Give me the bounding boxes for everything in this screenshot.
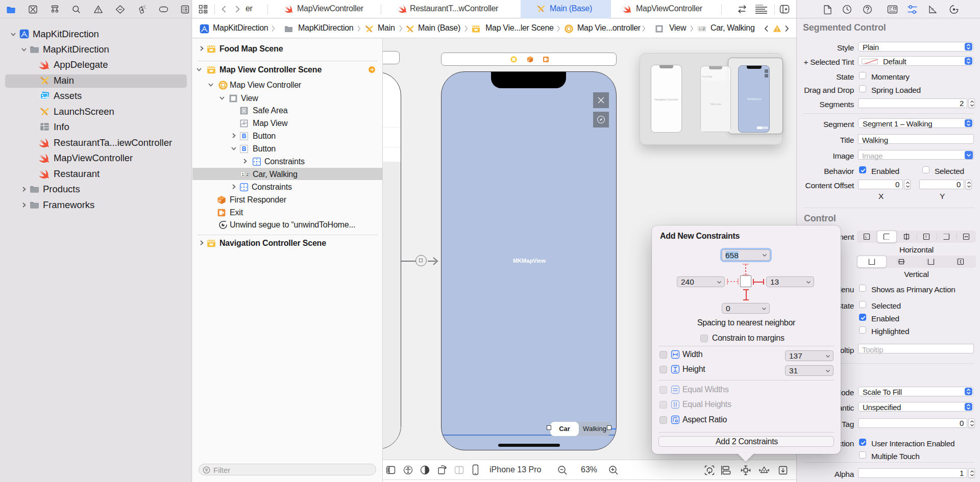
svg-text:L: L — [865, 235, 867, 239]
svg-text:T: T — [925, 235, 927, 239]
